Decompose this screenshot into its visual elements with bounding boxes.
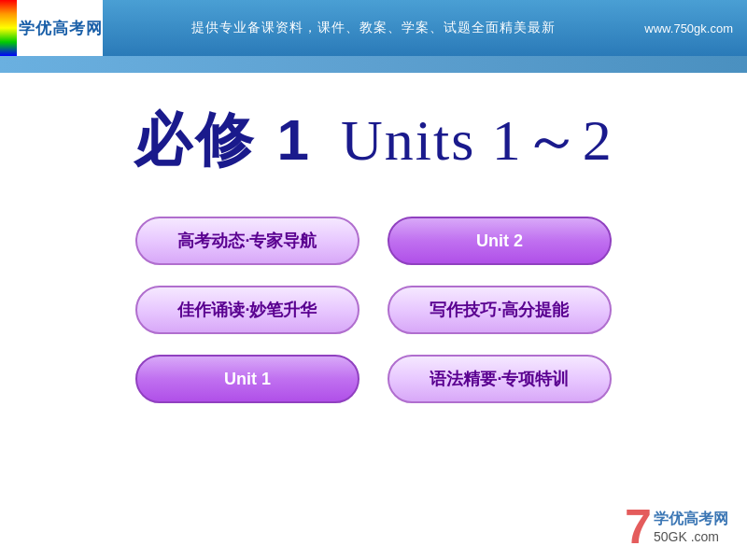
btn-unit2-label: Unit 2 [476,231,523,251]
header: 学优高考网 提供专业备课资料，课件、教案、学案、试题全面精美最新 www.750… [0,0,747,56]
footer-watermark: 7 学优高考网 50GK .com [625,502,728,551]
btn-yufa-label: 语法精要·专项特训 [430,368,569,390]
title-chinese: 必修 1 [134,101,313,179]
btn-gaokao[interactable]: 高考动态·专家导航 [135,217,359,265]
footer-site-name: 学优高考网 [654,510,728,529]
btn-yufa[interactable]: 语法精要·专项特训 [388,355,612,403]
title-english: Units 1～2 [341,101,613,179]
buttons-grid: 高考动态·专家导航 Unit 2 佳作诵读·妙笔升华 写作技巧·高分提能 Uni… [135,217,612,403]
btn-xiezuo[interactable]: 写作技巧·高分提能 [388,286,612,334]
main-content: 必修 1 Units 1～2 高考动态·专家导航 Unit 2 佳作诵读·妙笔升… [0,73,747,560]
btn-gaokao-label: 高考动态·专家导航 [177,230,317,252]
btn-unit1[interactable]: Unit 1 [135,355,359,403]
logo-stripe [0,0,17,56]
btn-unit2[interactable]: Unit 2 [388,217,612,265]
wave-bar [0,56,747,73]
header-tagline: 提供专业备课资料，课件、教案、学案、试题全面精美最新 [103,20,644,36]
logo-text: 学优高考网 [19,18,103,39]
btn-jiazuo-label: 佳作诵读·妙笔升华 [177,299,317,321]
btn-xiezuo-label: 写作技巧·高分提能 [430,299,569,321]
header-url: www.750gk.com [644,21,733,35]
logo-area: 学优高考网 [0,0,103,56]
footer-number: 7 [625,502,652,551]
footer-site-url: 50GK .com [654,529,728,544]
btn-jiazuo[interactable]: 佳作诵读·妙笔升华 [135,286,359,334]
btn-unit1-label: Unit 1 [224,370,271,389]
title-area: 必修 1 Units 1～2 [134,101,613,179]
footer-right-text: 学优高考网 50GK .com [654,510,728,544]
